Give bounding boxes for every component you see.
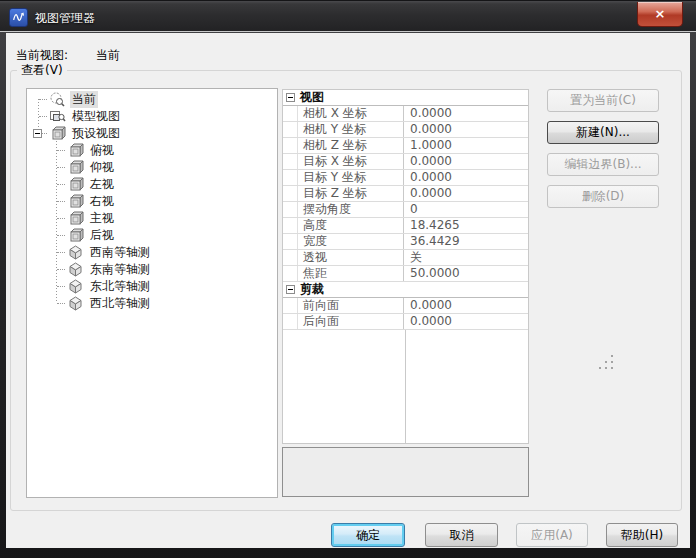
tree-connector-stub (57, 269, 65, 270)
grid-margin-cell (283, 298, 298, 313)
grid-row-value[interactable]: 0.0000 (404, 154, 528, 169)
grid-row-value[interactable]: 0 (404, 202, 528, 217)
apply-button: 应用(A) (516, 523, 588, 547)
grid-margin-cell (283, 266, 298, 281)
preset-views-icon (49, 126, 66, 141)
tree-item-label[interactable]: 西北等轴测 (88, 295, 152, 312)
grid-margin-cell (283, 234, 298, 249)
grid-margin-cell (283, 186, 298, 201)
grid-row-目标 Y 坐标[interactable]: 目标 Y 坐标0.0000 (283, 170, 528, 186)
grid-row-前向面[interactable]: 前向面0.0000 (283, 298, 528, 314)
grid-group-header-视图[interactable]: 视图 (283, 90, 528, 106)
tree-connector-stub (57, 218, 65, 219)
grid-row-目标 Z 坐标[interactable]: 目标 Z 坐标0.0000 (283, 186, 528, 202)
grid-row-value[interactable]: 关 (404, 250, 528, 265)
grid-row-高度[interactable]: 高度18.4265 (283, 218, 528, 234)
tree-item-仰视[interactable]: 仰视 (27, 159, 277, 176)
tree-item-俯视[interactable]: 俯视 (27, 142, 277, 159)
grid-row-相机 Y 坐标[interactable]: 相机 Y 坐标0.0000 (283, 122, 528, 138)
grid-row-value[interactable]: 36.4429 (404, 234, 528, 249)
tree-item-左视[interactable]: 左视 (27, 176, 277, 193)
close-button[interactable]: × (637, 2, 683, 27)
grid-row-value[interactable]: 0.0000 (404, 170, 528, 185)
grid-row-摆动角度[interactable]: 摆动角度0 (283, 202, 528, 218)
grid-row-后向面[interactable]: 后向面0.0000 (283, 314, 528, 330)
grid-row-value[interactable]: 50.0000 (404, 266, 528, 281)
grid-row-宽度[interactable]: 宽度36.4429 (283, 234, 528, 250)
edit-boundaries-button: 编辑边界(B)... (547, 153, 659, 176)
grid-row-value[interactable]: 0.0000 (404, 186, 528, 201)
tree-item-西南等轴测[interactable]: 西南等轴测 (27, 244, 277, 261)
collapse-expander-icon[interactable] (286, 285, 295, 294)
ok-button[interactable]: 确定 (331, 523, 405, 547)
grid-column-divider[interactable] (405, 330, 406, 444)
grid-row-value[interactable]: 1.0000 (404, 138, 528, 153)
grid-row-label: 后向面 (298, 314, 404, 329)
tree-item-西北等轴测[interactable]: 西北等轴测 (27, 295, 277, 312)
tree-item-东南等轴测[interactable]: 东南等轴测 (27, 261, 277, 278)
tree-item-label[interactable]: 主视 (88, 210, 116, 227)
resize-grip-dots[interactable] (599, 355, 617, 371)
grid-margin-cell (283, 314, 298, 329)
current-view-icon (49, 92, 66, 107)
tree-item-后视[interactable]: 后视 (27, 227, 277, 244)
grid-group-header-剪裁[interactable]: 剪裁 (283, 282, 528, 298)
tree-item-label[interactable]: 预设视图 (70, 125, 122, 142)
grid-row-label: 宽度 (298, 234, 404, 249)
tree-item-label[interactable]: 东北等轴测 (88, 278, 152, 295)
tree-connector-stub (57, 252, 65, 253)
tree-item-当前[interactable]: 当前 (27, 91, 277, 108)
tree-connector-stub (57, 286, 65, 287)
set-current-button: 置为当前(C) (547, 89, 659, 112)
help-button[interactable]: 帮助(H) (606, 523, 678, 547)
grid-margin-cell (283, 202, 298, 217)
tree-connector-stub (57, 150, 65, 151)
grid-row-目标 X 坐标[interactable]: 目标 X 坐标0.0000 (283, 154, 528, 170)
wave-glyph (12, 11, 25, 24)
grid-row-value[interactable]: 0.0000 (404, 298, 528, 313)
new-button[interactable]: 新建(N)... (547, 121, 659, 144)
tree-connector-stub (57, 167, 65, 168)
titlebar[interactable]: 视图管理器 × (0, 0, 696, 32)
view-tree[interactable]: 当前模型视图预设视图俯视仰视左视右视主视后视西南等轴测东南等轴测东北等轴测西北等… (26, 88, 278, 498)
tree-item-主视[interactable]: 主视 (27, 210, 277, 227)
collapse-expander-icon[interactable] (286, 93, 295, 102)
iso-ne-icon (67, 279, 84, 294)
grid-margin-cell (283, 138, 298, 153)
tree-item-label[interactable]: 右视 (88, 193, 116, 210)
tree-item-label[interactable]: 仰视 (88, 159, 116, 176)
grid-row-相机 Z 坐标[interactable]: 相机 Z 坐标1.0000 (283, 138, 528, 154)
grid-row-label: 透视 (298, 250, 404, 265)
grid-row-label: 焦距 (298, 266, 404, 281)
tree-item-模型视图[interactable]: 模型视图 (27, 108, 277, 125)
delete-button: 删除(D) (547, 185, 659, 208)
tree-connector-stub (39, 99, 47, 100)
grid-row-value[interactable]: 0.0000 (404, 106, 528, 121)
collapse-expander-icon[interactable] (33, 129, 42, 138)
grid-row-value[interactable]: 0.0000 (404, 122, 528, 137)
grid-group-label: 剪裁 (300, 281, 324, 298)
tree-item-label[interactable]: 左视 (88, 176, 116, 193)
model-views-icon (49, 109, 66, 124)
tree-item-东北等轴测[interactable]: 东北等轴测 (27, 278, 277, 295)
view-property-grid[interactable]: 视图相机 X 坐标0.0000相机 Y 坐标0.0000相机 Z 坐标1.000… (282, 89, 529, 444)
app-icon (9, 8, 28, 27)
grid-row-焦距[interactable]: 焦距50.0000 (283, 266, 528, 282)
grid-row-label: 目标 Y 坐标 (298, 170, 404, 185)
tree-item-label[interactable]: 当前 (70, 91, 98, 108)
grid-row-value[interactable]: 18.4265 (404, 218, 528, 233)
grid-row-透视[interactable]: 透视关 (283, 250, 528, 266)
grid-margin-cell (283, 106, 298, 121)
tree-item-label[interactable]: 俯视 (88, 142, 116, 159)
tree-item-预设视图[interactable]: 预设视图 (27, 125, 277, 142)
tree-item-label[interactable]: 东南等轴测 (88, 261, 152, 278)
dialog-client-area: 当前视图: 当前 查看(V) 当前模型视图预设视图俯视仰视左视右视主视后视西南等… (6, 33, 690, 548)
tree-item-label[interactable]: 后视 (88, 227, 116, 244)
grid-row-相机 X 坐标[interactable]: 相机 X 坐标0.0000 (283, 106, 528, 122)
cancel-button[interactable]: 取消 (425, 523, 498, 547)
tree-item-右视[interactable]: 右视 (27, 193, 277, 210)
grid-row-value[interactable]: 0.0000 (404, 314, 528, 329)
tree-item-label[interactable]: 模型视图 (70, 108, 122, 125)
iso-nw-icon (67, 296, 84, 311)
tree-item-label[interactable]: 西南等轴测 (88, 244, 152, 261)
